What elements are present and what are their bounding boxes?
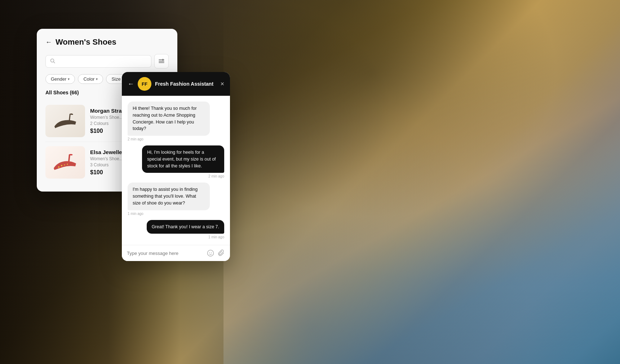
message-row: I'm happy to assist you in finding somet… <box>128 183 224 215</box>
chat-message-input[interactable] <box>127 251 203 256</box>
message-row: Hi, I'm looking for heels for a special … <box>128 145 224 178</box>
chevron-down-icon: ▾ <box>96 77 98 81</box>
chevron-down-icon: ▾ <box>68 77 70 81</box>
avatar: FF <box>138 77 151 91</box>
product-thumbnail <box>45 146 85 179</box>
chat-title: Fresh Fashion Assistant <box>155 81 217 87</box>
message-bubble: Hi, I'm looking for heels for a special … <box>142 145 224 173</box>
chat-messages: Hi there! Thank you so much for reaching… <box>122 96 230 245</box>
chat-close-button[interactable]: × <box>220 81 224 87</box>
message-row: Hi there! Thank you so much for reaching… <box>128 102 224 141</box>
filter-button[interactable] <box>154 54 169 68</box>
message-time: 1 min ago <box>208 235 224 239</box>
svg-point-6 <box>61 165 62 166</box>
chat-input-area <box>122 245 230 261</box>
svg-point-10 <box>208 250 214 256</box>
message-bubble: Hi there! Thank you so much for reaching… <box>128 102 210 136</box>
message-bubble: I'm happy to assist you in finding somet… <box>128 183 210 210</box>
search-icon <box>50 58 55 64</box>
search-input[interactable] <box>58 58 147 64</box>
svg-line-1 <box>54 62 55 63</box>
product-panel-header: ← Women's Shoes <box>45 37 169 47</box>
message-row: Great! Thank you! I wear a size 7. 1 min… <box>128 220 224 239</box>
search-box <box>45 55 151 68</box>
page-title: Women's Shoes <box>56 37 116 47</box>
emoji-button[interactable] <box>207 250 214 257</box>
background-hand-area <box>223 0 620 364</box>
search-filter-row <box>45 54 169 68</box>
gender-chip[interactable]: Gender ▾ <box>45 74 75 84</box>
product-thumbnail <box>45 105 85 137</box>
svg-point-12 <box>211 252 212 253</box>
svg-point-8 <box>64 165 65 166</box>
color-chip[interactable]: Color ▾ <box>78 74 103 84</box>
message-bubble: Great! Thank you! I wear a size 7. <box>147 220 224 234</box>
chat-widget: ← FF Fresh Fashion Assistant × Hi there!… <box>122 72 230 261</box>
back-button[interactable]: ← <box>45 39 52 46</box>
chat-back-button[interactable]: ← <box>128 80 134 88</box>
message-time: 2 min ago <box>128 137 143 141</box>
chat-header: ← FF Fresh Fashion Assistant × <box>122 72 230 96</box>
attach-button[interactable] <box>218 250 225 257</box>
message-time: 1 min ago <box>128 212 143 216</box>
svg-point-9 <box>67 164 68 165</box>
svg-point-7 <box>58 166 59 168</box>
svg-point-11 <box>209 252 210 253</box>
message-time: 2 min ago <box>208 174 224 178</box>
